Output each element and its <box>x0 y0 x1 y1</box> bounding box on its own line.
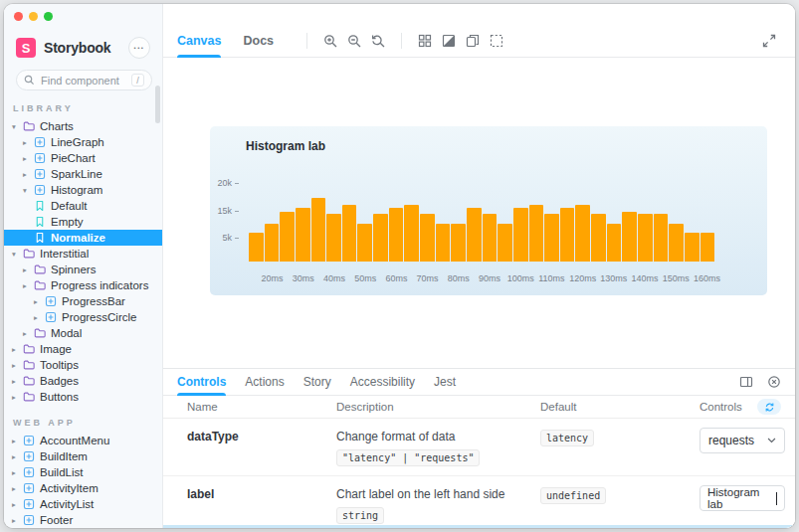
chevron-right-icon[interactable]: ▸ <box>12 500 23 509</box>
fullscreen-icon[interactable] <box>762 34 776 48</box>
chevron-right-icon[interactable]: ▸ <box>34 313 45 322</box>
sidebar-scrollbar-thumb[interactable] <box>155 86 160 123</box>
sidebar-item-image[interactable]: ▸ Image <box>4 341 162 357</box>
reset-controls-button[interactable] <box>757 399 781 415</box>
item-label: SparkLine <box>51 168 102 180</box>
histogram-bar <box>311 198 326 262</box>
histogram-bar <box>607 224 622 262</box>
chevron-right-icon[interactable]: ▸ <box>12 468 23 477</box>
panel-position-icon[interactable] <box>739 375 753 389</box>
arg-description: Chart label on the left hand side <box>336 485 540 501</box>
sidebar-item-buildlist[interactable]: ▸ BuildList <box>4 464 162 480</box>
chevron-right-icon[interactable]: ▸ <box>34 297 45 306</box>
chevron-right-icon[interactable]: ▸ <box>12 516 23 525</box>
overflow-menu-button[interactable]: ••• <box>128 37 150 59</box>
sidebar-item-histogram[interactable]: ▾ Histogram <box>4 182 162 198</box>
sidebar-item-progresscircle[interactable]: ▸ ProgressCircle <box>4 309 162 325</box>
sidebar-item-charts[interactable]: ▾ Charts <box>4 118 162 134</box>
sidebar-item-interstitial[interactable]: ▾ Interstitial <box>4 246 162 262</box>
grid-toggle-icon[interactable] <box>418 34 432 48</box>
sidebar-item-default[interactable]: Default <box>4 198 162 214</box>
close-panel-icon[interactable] <box>767 375 781 389</box>
histogram-bar <box>467 208 482 262</box>
tab-jest[interactable]: Jest <box>434 369 456 396</box>
chevron-down-icon[interactable]: ▾ <box>23 186 34 195</box>
chevron-right-icon[interactable]: ▸ <box>12 377 23 386</box>
outline-toggle-icon[interactable] <box>490 34 503 48</box>
chevron-right-icon[interactable]: ▸ <box>12 345 23 354</box>
sidebar-item-buttons[interactable]: ▸ Buttons <box>4 389 162 405</box>
sidebar-item-builditem[interactable]: ▸ BuildItem <box>4 448 162 464</box>
sidebar-item-normalize-selected[interactable]: Normalize <box>4 230 162 246</box>
chevron-right-icon[interactable]: ▸ <box>23 170 34 179</box>
x-axis-tick: 80ms <box>443 273 474 283</box>
chevron-right-icon[interactable]: ▸ <box>23 329 34 338</box>
chevron-down-icon[interactable]: ▾ <box>12 122 23 131</box>
background-toggle-icon[interactable] <box>442 34 456 48</box>
item-label: Empty <box>51 216 84 228</box>
sidebar-item-activitylist[interactable]: ▸ ActivityList <box>4 496 162 512</box>
sidebar-item-progress-indicators[interactable]: ▸ Progress indicators <box>4 277 162 293</box>
arg-description: Change format of data <box>336 428 540 443</box>
sidebar-item-accountmenu[interactable]: ▸ AccountMenu <box>4 433 162 448</box>
zoom-out-icon[interactable] <box>347 34 361 48</box>
sidebar-item-progressbar[interactable]: ▸ ProgressBar <box>4 293 162 309</box>
tab-docs[interactable]: Docs <box>243 25 274 58</box>
chevron-right-icon[interactable]: ▸ <box>12 393 23 402</box>
search-box[interactable]: / <box>16 70 152 90</box>
tab-actions[interactable]: Actions <box>245 369 284 396</box>
toolbar-divider <box>401 33 402 49</box>
sidebar-item-activityitem[interactable]: ▸ ActivityItem <box>4 480 162 496</box>
sidebar-item-sparkline[interactable]: ▸ SparkLine <box>4 166 162 182</box>
chevron-right-icon[interactable]: ▸ <box>12 437 23 445</box>
text-cursor <box>776 492 777 505</box>
search-input[interactable] <box>41 75 131 87</box>
histogram-bar <box>513 208 528 262</box>
zoom-in-icon[interactable] <box>323 34 337 48</box>
component-icon <box>34 136 46 148</box>
item-label: Histogram <box>51 184 102 196</box>
x-axis-tick: 160ms <box>692 273 722 283</box>
chevron-right-icon[interactable]: ▸ <box>23 138 34 147</box>
storybook-window: S Storybook ••• / LIBRARY ▾ Charts ▸ Lin… <box>4 4 795 528</box>
close-window-button[interactable] <box>14 12 23 21</box>
chevron-right-icon[interactable]: ▸ <box>12 452 23 461</box>
histogram-bar <box>389 208 404 262</box>
viewport-icon[interactable] <box>466 34 480 48</box>
sidebar-item-piechart[interactable]: ▸ PieChart <box>4 150 162 166</box>
item-label: Buttons <box>40 391 79 403</box>
datatype-select[interactable]: requests <box>699 428 785 453</box>
sidebar-item-linegraph[interactable]: ▸ LineGraph <box>4 134 162 150</box>
controls-table-header: Name Description Default Controls <box>163 396 795 419</box>
zoom-window-button[interactable] <box>44 12 53 21</box>
tab-controls[interactable]: Controls <box>177 369 226 396</box>
sidebar-item-footer[interactable]: ▸ Footer <box>4 512 162 528</box>
histogram-bar <box>700 233 715 262</box>
chevron-right-icon[interactable]: ▸ <box>23 266 34 274</box>
histogram-bars <box>249 172 714 262</box>
window-controls <box>14 12 53 21</box>
tab-canvas[interactable]: Canvas <box>177 25 221 58</box>
sidebar-item-badges[interactable]: ▸ Badges <box>4 373 162 389</box>
minimize-window-button[interactable] <box>29 12 38 21</box>
sidebar-item-spinners[interactable]: ▸ Spinners <box>4 262 162 277</box>
table-row-datatype: dataType Change format of data "latency"… <box>163 419 795 476</box>
sidebar-item-tooltips[interactable]: ▸ Tooltips <box>4 357 162 373</box>
chevron-down-icon[interactable]: ▾ <box>12 250 23 259</box>
tab-accessibility[interactable]: Accessibility <box>350 369 415 396</box>
column-header-description: Description <box>336 401 540 413</box>
chevron-right-icon[interactable]: ▸ <box>12 484 23 493</box>
arg-type-chip: string <box>336 507 384 524</box>
tab-story[interactable]: Story <box>303 369 331 396</box>
chevron-right-icon[interactable]: ▸ <box>23 154 34 163</box>
sidebar-item-modal[interactable]: ▸ Modal <box>4 325 162 341</box>
column-header-name: Name <box>187 401 336 413</box>
chevron-right-icon[interactable]: ▸ <box>23 281 34 290</box>
zoom-reset-icon[interactable] <box>371 34 385 48</box>
arg-default-chip: undefined <box>540 487 606 504</box>
histogram-bar <box>296 208 310 262</box>
window-bottom-edge <box>163 525 795 528</box>
chevron-right-icon[interactable]: ▸ <box>12 361 23 370</box>
label-text-input[interactable]: Histogram lab <box>699 485 785 511</box>
sidebar-item-empty[interactable]: Empty <box>4 214 162 230</box>
